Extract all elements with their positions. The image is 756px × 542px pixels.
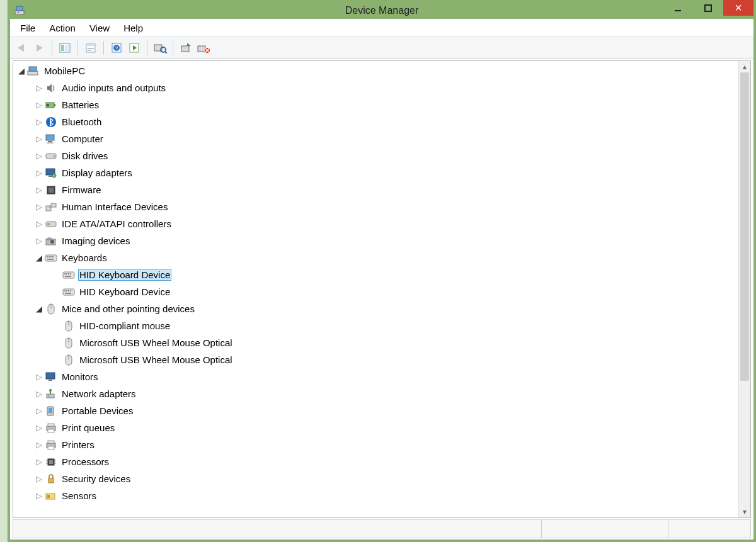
- tree-node-display-adapters[interactable]: ▷Display adapters: [13, 164, 738, 181]
- expander-icon[interactable]: ▷: [35, 100, 43, 110]
- svg-point-46: [50, 240, 54, 244]
- tree-node-hid-keyboard-device[interactable]: HID Keyboard Device: [13, 283, 738, 300]
- monitor-icon: [45, 371, 57, 383]
- tree-node-batteries[interactable]: ▷Batteries: [13, 96, 738, 113]
- tree-node-label: IDE ATA/ATAPI controllers: [60, 218, 173, 230]
- expander-icon[interactable]: ◢: [35, 304, 43, 313]
- tree-node-portable-devices[interactable]: ▷Portable Devices: [13, 402, 738, 419]
- tree-node-label: HID Keyboard Device: [78, 286, 171, 298]
- menu-help[interactable]: Help: [117, 21, 149, 35]
- action-button[interactable]: [127, 40, 142, 55]
- svg-rect-45: [48, 238, 51, 240]
- svg-rect-78: [48, 429, 54, 432]
- expander-icon[interactable]: ▷: [35, 491, 43, 500]
- tree-node-label: Microsoft USB Wheel Mouse Optical: [78, 337, 234, 349]
- expander-icon[interactable]: ▷: [35, 236, 43, 246]
- tree-node-security-devices[interactable]: ▷Security devices: [13, 470, 738, 487]
- menu-view[interactable]: View: [83, 21, 116, 35]
- minimize-button[interactable]: [663, 0, 693, 16]
- svg-point-37: [52, 174, 56, 178]
- svg-rect-36: [49, 176, 52, 177]
- device-tree[interactable]: ◢MobilePC▷Audio inputs and outputs▷Batte…: [13, 61, 738, 517]
- scroll-thumb[interactable]: [740, 72, 749, 381]
- expander-icon[interactable]: ▷: [35, 185, 43, 195]
- tree-node-label: Bluetooth: [60, 116, 103, 128]
- tree-node-monitors[interactable]: ▷Monitors: [13, 368, 738, 385]
- expander-icon[interactable]: ▷: [35, 389, 43, 398]
- enable-device-button[interactable]: [178, 40, 193, 55]
- expander-icon[interactable]: ◢: [35, 253, 43, 263]
- tree-node-microsoft-usb-wheel-mouse-optical[interactable]: Microsoft USB Wheel Mouse Optical: [13, 351, 738, 368]
- tree-node-computer[interactable]: ▷Computer: [13, 130, 738, 147]
- expander-icon[interactable]: ▷: [35, 372, 43, 381]
- tree-node-mice-and-other-pointing-devices[interactable]: ◢Mice and other pointing devices: [13, 300, 738, 317]
- svg-rect-61: [66, 290, 67, 291]
- back-button[interactable]: [14, 40, 29, 55]
- svg-rect-30: [46, 135, 54, 140]
- expander-icon[interactable]: ▷: [35, 202, 43, 212]
- tree-node-human-interface-devices[interactable]: ▷Human Interface Devices: [13, 198, 738, 215]
- expander-icon[interactable]: ▷: [35, 474, 43, 483]
- help-button[interactable]: ?: [109, 40, 124, 55]
- tree-node-hid-compliant-mouse[interactable]: HID-compliant mouse: [13, 317, 738, 334]
- tree-node-print-queues[interactable]: ▷Print queues: [13, 419, 738, 436]
- maximize-button[interactable]: [693, 0, 723, 16]
- vertical-scrollbar[interactable]: ▴ ▾: [738, 61, 750, 517]
- svg-rect-70: [49, 380, 52, 381]
- tree-node-imaging-devices[interactable]: ▷Imaging devices: [13, 232, 738, 249]
- expander-icon[interactable]: ▷: [35, 219, 43, 229]
- svg-rect-69: [46, 373, 55, 379]
- tree-node-disk-drives[interactable]: ▷Disk drives: [13, 147, 738, 164]
- scan-hardware-button[interactable]: [152, 40, 168, 55]
- expander-icon[interactable]: ▷: [35, 117, 43, 127]
- svg-rect-57: [70, 273, 71, 274]
- tree-node-hid-keyboard-device[interactable]: HID Keyboard Device: [13, 266, 738, 283]
- tree-node-label: Portable Devices: [60, 405, 134, 417]
- tree-node-label: HID-compliant mouse: [78, 320, 171, 332]
- svg-rect-83: [49, 460, 53, 464]
- tree-node-mobilepc[interactable]: ◢MobilePC: [13, 62, 738, 79]
- scroll-up-button[interactable]: ▴: [739, 61, 750, 72]
- titlebar: Device Manager ×: [10, 3, 753, 19]
- tree-node-ide-ata-atapi-controllers[interactable]: ▷IDE ATA/ATAPI controllers: [13, 215, 738, 232]
- tree-node-label: Microsoft USB Wheel Mouse Optical: [78, 354, 234, 366]
- svg-rect-11: [88, 50, 91, 51]
- expander-icon[interactable]: ▷: [35, 457, 43, 466]
- tree-node-keyboards[interactable]: ◢Keyboards: [13, 249, 738, 266]
- expander-icon[interactable]: ▷: [35, 151, 43, 161]
- forward-button[interactable]: [32, 40, 47, 55]
- expander-icon[interactable]: ◢: [17, 66, 26, 76]
- tree-node-label: HID Keyboard Device: [78, 269, 171, 281]
- tree-node-firmware[interactable]: ▷Firmware: [13, 181, 738, 198]
- tree-node-network-adapters[interactable]: ▷Network adapters: [13, 385, 738, 402]
- expander-icon[interactable]: ▷: [35, 168, 43, 178]
- expander-icon[interactable]: ▷: [35, 423, 43, 432]
- tree-node-label: Firmware: [60, 184, 103, 196]
- menu-file[interactable]: File: [14, 21, 42, 35]
- svg-rect-6: [61, 45, 64, 51]
- menu-action[interactable]: Action: [43, 21, 82, 35]
- expander-icon[interactable]: ▷: [35, 406, 43, 415]
- printer-icon: [45, 439, 57, 451]
- expander-icon[interactable]: ▷: [35, 134, 43, 144]
- svg-rect-4: [705, 5, 711, 11]
- svg-rect-49: [49, 256, 50, 257]
- tree-node-sensors[interactable]: ▷Sensors: [13, 487, 738, 504]
- tree-node-microsoft-usb-wheel-mouse-optical[interactable]: Microsoft USB Wheel Mouse Optical: [13, 334, 738, 351]
- close-button[interactable]: ×: [723, 0, 753, 16]
- svg-rect-59: [63, 289, 74, 295]
- mouse-icon: [62, 320, 75, 332]
- svg-rect-63: [70, 290, 71, 291]
- tree-node-printers[interactable]: ▷Printers: [13, 436, 738, 453]
- expander-icon[interactable]: ▷: [35, 440, 43, 449]
- scroll-down-button[interactable]: ▾: [739, 506, 750, 517]
- tree-node-audio-inputs-and-outputs[interactable]: ▷Audio inputs and outputs: [13, 79, 738, 96]
- expander-icon[interactable]: ▷: [35, 83, 43, 93]
- properties-button[interactable]: [83, 40, 98, 55]
- tree-node-label: Monitors: [60, 371, 100, 383]
- show-hide-tree-button[interactable]: [57, 40, 72, 55]
- tree-node-processors[interactable]: ▷Processors: [13, 453, 738, 470]
- disable-device-button[interactable]: [196, 40, 211, 55]
- tree-node-label: MobilePC: [43, 65, 86, 77]
- tree-node-bluetooth[interactable]: ▷Bluetooth: [13, 113, 738, 130]
